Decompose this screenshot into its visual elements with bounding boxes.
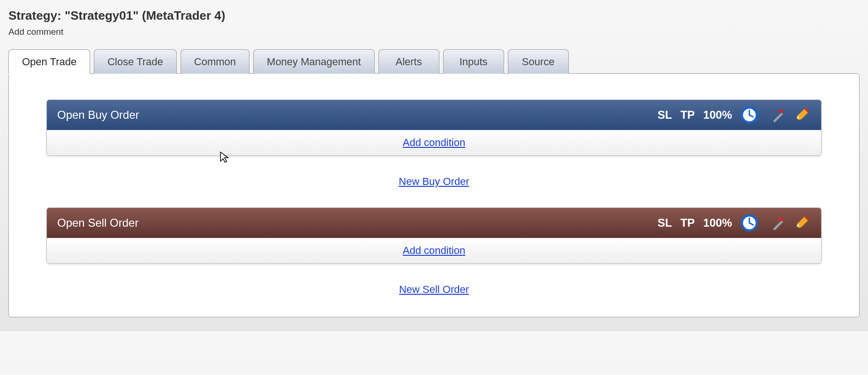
sell-add-condition-link[interactable]: Add condition: [403, 245, 465, 257]
magic-wand-icon[interactable]: [767, 214, 785, 232]
sell-percent-button[interactable]: 100%: [703, 216, 732, 230]
sell-sl-button[interactable]: SL: [657, 216, 672, 230]
clock-icon[interactable]: [740, 106, 758, 124]
open-buy-order-title: Open Buy Order: [57, 108, 139, 122]
buy-percent-button[interactable]: 100%: [703, 108, 732, 122]
open-sell-order-block: Open Sell Order SL TP 100%: [46, 207, 822, 264]
page-title: Strategy: "Strategy01" (MetaTrader 4): [8, 8, 860, 23]
sell-order-body: Add condition: [47, 238, 821, 263]
open-trade-panel: Open Buy Order SL TP 100%: [8, 73, 860, 317]
tab-source[interactable]: Source: [508, 49, 569, 74]
pencil-icon[interactable]: [793, 106, 811, 124]
new-buy-order-link[interactable]: New Buy Order: [399, 176, 469, 187]
add-comment-link[interactable]: Add comment: [8, 27, 860, 37]
open-sell-order-header: Open Sell Order SL TP 100%: [47, 208, 821, 238]
svg-rect-1: [773, 112, 783, 122]
tab-close-trade[interactable]: Close Trade: [94, 49, 177, 74]
open-buy-order-block: Open Buy Order SL TP 100%: [46, 99, 822, 156]
tab-money-management[interactable]: Money Management: [253, 49, 375, 74]
buy-sl-button[interactable]: SL: [657, 108, 672, 122]
open-sell-order-title: Open Sell Order: [57, 216, 138, 230]
tab-inputs[interactable]: Inputs: [443, 49, 504, 74]
magic-wand-icon[interactable]: [767, 106, 785, 124]
tab-common[interactable]: Common: [181, 49, 249, 74]
buy-tp-button[interactable]: TP: [680, 108, 695, 122]
buy-order-body: Add condition: [47, 130, 821, 155]
tab-strip: Open Trade Close Trade Common Money Mana…: [8, 49, 860, 74]
svg-marker-9: [777, 216, 784, 222]
new-sell-order-link[interactable]: New Sell Order: [399, 283, 469, 295]
clock-icon[interactable]: [740, 214, 758, 232]
open-buy-order-header: Open Buy Order SL TP 100%: [47, 100, 821, 130]
tab-alerts[interactable]: Alerts: [378, 49, 439, 74]
buy-add-condition-link[interactable]: Add condition: [403, 137, 465, 149]
pencil-icon[interactable]: [793, 214, 811, 232]
svg-rect-8: [773, 220, 783, 230]
svg-marker-2: [777, 108, 784, 115]
sell-tp-button[interactable]: TP: [680, 216, 695, 230]
tab-open-trade[interactable]: Open Trade: [8, 49, 90, 74]
